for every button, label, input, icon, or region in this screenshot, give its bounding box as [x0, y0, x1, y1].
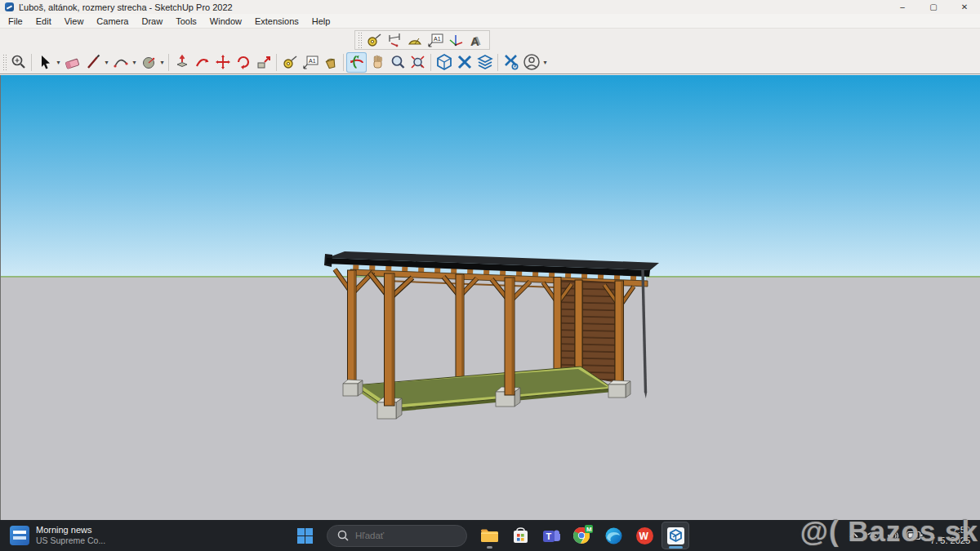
taskbar-app-sketchup[interactable]: [662, 522, 689, 549]
svg-text:A1: A1: [434, 36, 441, 42]
push-pull-icon[interactable]: [172, 52, 192, 73]
tray-clock[interactable]: 7:50 7. 5. 2025: [930, 525, 970, 546]
wifi-icon[interactable]: [866, 531, 880, 541]
select-dropdown-icon[interactable]: ▾: [55, 59, 62, 66]
windows-taskbar: Morning news US Supreme Co... T: [0, 520, 980, 551]
menu-extensions[interactable]: Extensions: [248, 14, 305, 29]
windows-logo-icon: [296, 527, 314, 544]
pan-icon[interactable]: [367, 52, 387, 73]
start-button[interactable]: [291, 522, 318, 549]
extension-manager-icon[interactable]: [501, 52, 521, 73]
dimensions-icon[interactable]: [384, 30, 404, 51]
menu-file[interactable]: File: [2, 14, 29, 29]
battery-icon[interactable]: [906, 531, 923, 540]
scale-icon[interactable]: [253, 52, 274, 73]
tape-measure-icon[interactable]: [279, 52, 300, 73]
shapes-tool-icon[interactable]: [138, 52, 158, 73]
toolbar-drag-handle[interactable]: [2, 54, 7, 70]
line-dropdown-icon[interactable]: ▾: [103, 59, 110, 66]
volume-icon[interactable]: [887, 531, 899, 541]
model-viewport[interactable]: [0, 75, 980, 520]
toolbar-row-main: ▾ ▾ ▾ ▾: [0, 51, 980, 74]
text-tool-icon[interactable]: A1: [300, 52, 320, 73]
menu-tools[interactable]: Tools: [169, 14, 203, 29]
widgets-button[interactable]: Morning news US Supreme Co...: [0, 525, 212, 546]
paint-bucket-icon[interactable]: [320, 52, 341, 73]
taskbar-app-file-explorer[interactable]: [475, 522, 503, 549]
sketchup-icon: [666, 526, 686, 546]
eraser-icon[interactable]: [62, 52, 82, 73]
taskbar-app-microsoft-store[interactable]: [506, 522, 534, 549]
taskbar-app-wps[interactable]: W: [630, 522, 658, 549]
wall-back-post: [554, 278, 561, 371]
shapes-dropdown-icon[interactable]: ▾: [158, 59, 166, 66]
menu-window[interactable]: Window: [203, 14, 248, 29]
zoom-window-icon[interactable]: [8, 52, 29, 73]
svg-text:A: A: [470, 34, 479, 48]
3d-text-icon[interactable]: AA: [466, 30, 486, 51]
wps-office-icon: W: [635, 526, 655, 546]
widgets-icon: [10, 526, 29, 545]
move-icon[interactable]: [212, 52, 233, 73]
rotate-icon[interactable]: [233, 52, 253, 73]
account-icon[interactable]: [521, 52, 541, 73]
menu-view[interactable]: View: [58, 14, 91, 29]
close-button[interactable]: ✕: [949, 0, 980, 14]
zoom-tool-icon[interactable]: [387, 52, 408, 73]
title-bar: Ľuboš, altánok, rozmery strecha - Sketch…: [0, 0, 980, 14]
environment: [1, 75, 980, 520]
minimize-button[interactable]: –: [887, 0, 918, 14]
widget-headline: Morning news: [36, 525, 105, 535]
model-canvas[interactable]: [1, 75, 980, 520]
layers-icon[interactable]: [474, 52, 495, 73]
sketchup-logo-icon: [5, 2, 14, 11]
taskbar-search[interactable]: [327, 525, 467, 547]
svg-text:M: M: [586, 526, 592, 533]
select-icon[interactable]: [34, 52, 55, 73]
sky: [1, 75, 980, 277]
toolbar-drag-handle[interactable]: [358, 32, 362, 48]
menu-help[interactable]: Help: [305, 14, 337, 29]
sketchup-window: Ľuboš, altánok, rozmery strecha - Sketch…: [0, 0, 980, 551]
maximize-button[interactable]: ▢: [918, 0, 949, 14]
account-dropdown-icon[interactable]: ▾: [541, 59, 549, 66]
menu-edit[interactable]: Edit: [29, 14, 58, 29]
svg-text:A1: A1: [309, 58, 316, 64]
menu-bar: File Edit View Camera Draw Tools Window …: [0, 14, 980, 29]
clock-date: 7. 5. 2025: [930, 535, 970, 546]
hidden-icons-chevron[interactable]: [849, 531, 859, 540]
svg-text:W: W: [639, 531, 648, 542]
follow-me-icon[interactable]: [192, 52, 212, 73]
menu-camera[interactable]: Camera: [90, 14, 135, 29]
wall-middle-stud: [575, 280, 582, 375]
text-label-icon[interactable]: A1: [425, 30, 445, 51]
edge-icon: [604, 526, 624, 546]
taskbar-app-teams[interactable]: T: [537, 522, 565, 549]
extension-warehouse-icon[interactable]: [454, 52, 474, 73]
toolbar-row-construction: A1 AA: [0, 29, 980, 51]
construction-toolbar: A1 AA: [354, 30, 490, 50]
menu-draw[interactable]: Draw: [135, 14, 169, 29]
widget-subheadline: US Supreme Co...: [36, 535, 105, 546]
search-icon: [337, 530, 349, 541]
taskbar-app-chrome[interactable]: M: [568, 522, 596, 549]
window-title: Ľuboš, altánok, rozmery strecha - Sketch…: [19, 2, 233, 12]
tape-measure-icon[interactable]: [363, 30, 384, 51]
teams-icon: T: [541, 526, 562, 546]
arc-dropdown-icon[interactable]: ▾: [131, 59, 138, 66]
zoom-extents-icon[interactable]: [408, 52, 428, 73]
protractor-icon[interactable]: [404, 30, 425, 51]
microsoft-store-icon: [510, 526, 531, 546]
svg-text:T: T: [546, 531, 551, 540]
orbit-icon[interactable]: [346, 52, 367, 73]
chrome-icon: M: [572, 525, 593, 546]
file-explorer-icon: [479, 526, 500, 546]
search-input[interactable]: [355, 531, 453, 540]
taskbar-app-edge[interactable]: [599, 522, 627, 549]
clock-time: 7:50: [930, 525, 970, 535]
line-tool-icon[interactable]: [82, 52, 103, 73]
3d-warehouse-icon[interactable]: [434, 52, 454, 73]
arc-tool-icon[interactable]: [110, 52, 131, 73]
axes-icon[interactable]: [445, 30, 466, 51]
